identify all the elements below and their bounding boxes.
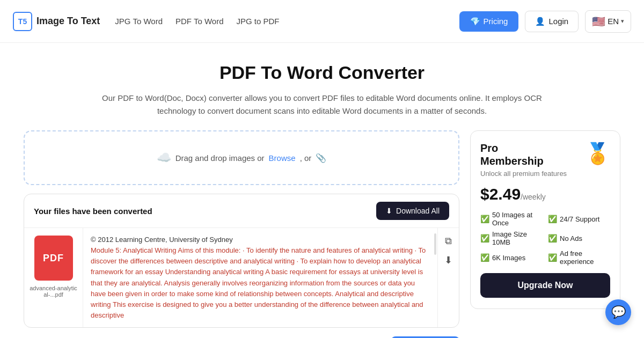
upload-inner: ☁️ Drag and drop images or Browse , or 📎 <box>35 151 448 165</box>
upload-cloud-icon: ☁️ <box>157 151 171 165</box>
download-all-button[interactable]: ⬇ Download All <box>376 202 449 220</box>
download-icon: ⬇ <box>386 207 392 215</box>
feature-label: 50 Images at Once <box>492 211 543 227</box>
pro-header: ProMembership Unlock all premium feature… <box>480 142 610 178</box>
lang-code: EN <box>608 17 619 26</box>
check-icon: ✅ <box>548 234 557 243</box>
flag-icon: 🇺🇸 <box>592 15 605 28</box>
pro-price: $2.49 <box>480 185 521 203</box>
paperclip-icon: 📎 <box>316 153 326 163</box>
browse-link[interactable]: Browse <box>269 153 296 163</box>
language-selector[interactable]: 🇺🇸 EN ▾ <box>585 10 631 33</box>
chevron-down-icon: ▾ <box>621 18 624 25</box>
left-panel: ☁️ Drag and drop images or Browse , or 📎… <box>24 130 459 338</box>
nav-links: JPG To Word PDF To Word JPG to PDF <box>115 17 279 26</box>
logo-label: Image To Text <box>36 16 100 27</box>
feature-6k-images: ✅ 6K Images <box>480 249 543 266</box>
feature-50-images: ✅ 50 Images at Once <box>480 211 543 227</box>
pro-panel: ProMembership Unlock all premium feature… <box>470 130 620 309</box>
check-icon: ✅ <box>548 215 557 223</box>
pro-subtitle: Unlock all premium features <box>480 170 567 178</box>
scrollbar[interactable] <box>434 233 436 255</box>
upload-separator: , or <box>300 153 312 163</box>
result-box: Your files have been converted ⬇ Downloa… <box>24 194 459 328</box>
page-title: PDF To Word Converter <box>11 62 633 83</box>
pricing-button[interactable]: 💎 Pricing <box>459 11 519 32</box>
check-icon: ✅ <box>480 215 489 223</box>
feature-image-size: ✅ Image Size 10MB <box>480 230 543 246</box>
nav-jpg-to-word[interactable]: JPG To Word <box>115 17 163 26</box>
login-label: Login <box>548 17 568 26</box>
upgrade-button[interactable]: Upgrade Now <box>480 273 610 298</box>
upload-text: Drag and drop images or <box>175 153 265 163</box>
result-header: Your files have been converted ⬇ Downloa… <box>24 194 459 228</box>
nav-left: T5 Image To Text JPG To Word PDF To Word… <box>13 12 280 31</box>
hero-description: Our PDF to Word(Doc, Docx) converter all… <box>102 92 542 117</box>
medal-icon: 🏅 <box>585 142 610 165</box>
login-button[interactable]: 👤 Login <box>525 11 579 32</box>
download-file-button[interactable]: ⬇ <box>443 253 453 267</box>
upload-zone[interactable]: ☁️ Drag and drop images or Browse , or 📎 <box>24 130 459 185</box>
nav-jpg-to-pdf[interactable]: JPG to PDF <box>237 17 280 26</box>
feature-label: 24/7 Support <box>560 215 599 223</box>
feature-24-7-support: ✅ 24/7 Support <box>548 211 610 227</box>
output-actions: ⧉ ⬇ <box>437 228 459 327</box>
user-icon: 👤 <box>535 17 545 26</box>
download-all-label: Download All <box>396 207 440 215</box>
nav-pdf-to-word[interactable]: PDF To Word <box>175 17 223 26</box>
feature-label: 6K Images <box>492 254 525 262</box>
logo-icon: T5 <box>13 12 32 31</box>
nav-right: 💎 Pricing 👤 Login 🇺🇸 EN ▾ <box>459 10 631 33</box>
file-preview: PDF advanced-analytical-...pdf <box>24 228 83 327</box>
check-icon: ✅ <box>548 253 557 262</box>
text-body: Module 5: Analytical Writing Aims of thi… <box>91 245 430 321</box>
chat-icon: 💬 <box>611 305 626 319</box>
logo-link[interactable]: T5 Image To Text <box>13 12 100 31</box>
check-icon: ✅ <box>480 253 489 262</box>
check-icon: ✅ <box>480 234 489 243</box>
pricing-label: Pricing <box>484 17 508 26</box>
navbar: T5 Image To Text JPG To Word PDF To Word… <box>0 0 644 43</box>
feature-label: Image Size 10MB <box>492 230 543 246</box>
pro-title-block: ProMembership Unlock all premium feature… <box>480 142 567 178</box>
hero-section: PDF To Word Converter Our PDF to Word(Do… <box>0 43 644 130</box>
file-name: advanced-analytical-...pdf <box>30 285 77 298</box>
main-content: ☁️ Drag and drop images or Browse , or 📎… <box>11 130 633 338</box>
text-output: © 2012 Learning Centre, University of Sy… <box>83 228 437 327</box>
copy-button[interactable]: ⧉ <box>443 234 453 248</box>
pro-title: ProMembership <box>480 142 567 167</box>
pdf-icon: PDF <box>34 236 73 281</box>
diamond-icon: 💎 <box>470 17 480 26</box>
text-first-line: © 2012 Learning Centre, University of Sy… <box>91 234 430 245</box>
chat-bubble[interactable]: 💬 <box>605 299 631 325</box>
feature-no-ads: ✅ No Ads <box>548 230 610 246</box>
pro-period: /weekly <box>521 193 546 201</box>
feature-label: Ad free experience <box>560 249 610 266</box>
result-title: Your files have been converted <box>34 207 152 216</box>
feature-label: No Ads <box>560 234 582 243</box>
pro-price-row: $2.49/weekly <box>480 185 610 203</box>
feature-ad-free: ✅ Ad free experience <box>548 249 610 266</box>
pro-features: ✅ 50 Images at Once ✅ 24/7 Support ✅ Ima… <box>480 211 610 266</box>
result-body: PDF advanced-analytical-...pdf © 2012 Le… <box>24 228 459 327</box>
